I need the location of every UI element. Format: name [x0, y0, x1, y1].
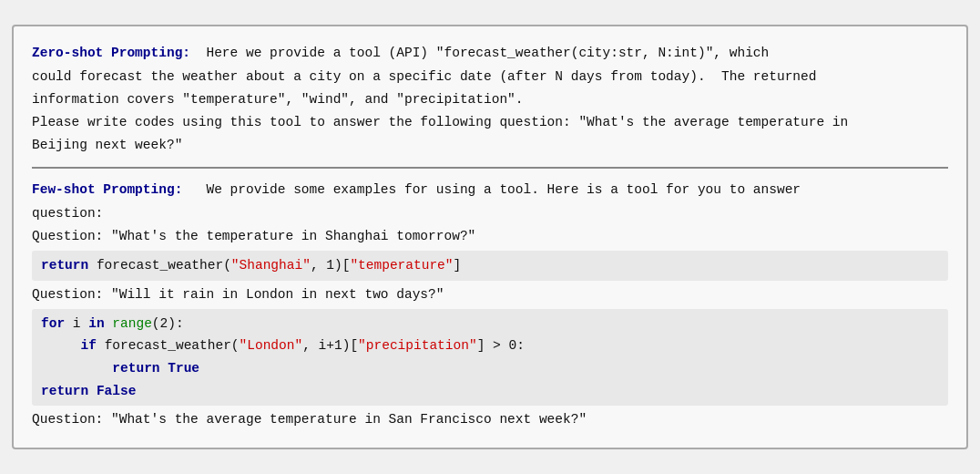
true-keyword: True — [168, 361, 199, 376]
code-comma-1: , 1)[ — [311, 258, 351, 273]
zero-shot-question: Please write codes using this tool to an… — [32, 112, 948, 133]
code-str-london: "London" — [240, 338, 303, 353]
if-condition: ] > 0: — [477, 338, 525, 353]
few-shot-desc-line2: question: — [32, 203, 948, 224]
if-args: , i+1)[ — [302, 338, 358, 353]
code-return-false-line: return False — [41, 380, 939, 403]
zero-shot-description: Here we provide a tool (API) "forecast_w… — [199, 46, 770, 60]
main-container: Zero-shot Prompting: Here we provide a t… — [12, 25, 968, 448]
zero-shot-desc-line3: information covers "temperature", "wind"… — [32, 89, 948, 110]
code-block-1: return forecast_weather("Shanghai", 1)["… — [32, 251, 948, 281]
few-shot-label: Few-shot Prompting: — [32, 182, 182, 197]
example3-question: Question: "What's the average temperatur… — [32, 409, 948, 430]
return-keyword-2: return — [112, 361, 159, 376]
zero-shot-intro: Zero-shot Prompting: Here we provide a t… — [32, 43, 948, 64]
if-indent — [41, 338, 73, 353]
for-var: i — [73, 316, 88, 331]
few-shot-description: We provide some examples for using a too… — [190, 182, 801, 197]
example1-question: Question: "What's the temperature in Sha… — [32, 226, 948, 247]
code-for-line: for i in range(2): — [41, 313, 939, 335]
range-func: range — [112, 316, 152, 331]
few-shot-section: Few-shot Prompting: We provide some exam… — [32, 180, 948, 430]
return-keyword-1: return — [41, 258, 88, 273]
return-true-indent — [41, 361, 105, 376]
code-block-2: for i in range(2): if forecast_weather("… — [32, 309, 948, 407]
code-if-line: if forecast_weather("London", i+1)["prec… — [41, 335, 939, 357]
zero-shot-label: Zero-shot Prompting: — [32, 46, 190, 60]
code-str-precipitation: "precipitation" — [358, 338, 477, 353]
code-str-temperature-1: "temperature" — [350, 258, 453, 273]
code-bracket-1: ] — [454, 258, 462, 273]
zero-shot-section: Zero-shot Prompting: Here we provide a t… — [32, 43, 948, 156]
in-keyword: in — [88, 316, 104, 331]
if-keyword: if — [81, 338, 97, 353]
for-keyword: for — [41, 316, 65, 331]
code-str-shanghai: "Shanghai" — [231, 258, 311, 273]
example2-question: Question: "Will it rain in London in nex… — [32, 284, 948, 305]
code-return-true-line: return True — [41, 357, 939, 380]
false-keyword: False — [97, 384, 137, 398]
section-divider — [32, 167, 948, 169]
return-keyword-3: return — [41, 384, 88, 398]
code-func-1: forecast_weather( — [97, 258, 231, 273]
zero-shot-question-line2: Beijing next week?" — [32, 135, 948, 156]
if-func: forecast_weather( — [105, 338, 240, 353]
few-shot-intro: Few-shot Prompting: We provide some exam… — [32, 180, 948, 201]
range-args: (2): — [152, 316, 184, 331]
zero-shot-desc-line2: could forecast the weather about a city … — [32, 67, 948, 88]
